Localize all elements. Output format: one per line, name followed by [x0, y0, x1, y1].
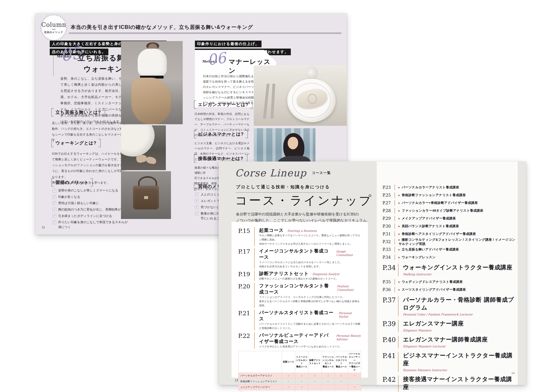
toc-title: エレガンスマナー講座	[403, 320, 464, 328]
matrix-mark	[308, 390, 321, 392]
toc-title: ▶立ち居振る舞いアドバイザー養成講座	[399, 247, 459, 252]
page-header-rule: 本当の美を引き出すICBIの確かなメソッド、立ち居振る舞い&ウォーキング	[69, 21, 341, 33]
toc-title: ▶骨格診断ファッションアナリスト養成講座	[399, 193, 466, 197]
woman-face	[288, 137, 298, 149]
course-title-en: Personal Stylist	[339, 311, 361, 318]
matrix-mark: ○	[282, 378, 295, 384]
course-entry: P.21 パーソナルスタイリスト養成コース Personal Stylist パ…	[238, 309, 361, 330]
toc-title: ▶ファッションカラー48タイプ診断アナリスト養成講座	[399, 208, 483, 213]
course-entry: P.19 診断アナリストセット Diagnosis Analyst 診断サロンメ…	[238, 271, 361, 281]
section-heading-posture: 立ち居振る舞いとは?	[51, 108, 105, 116]
toc-page-number: P.34	[382, 255, 394, 260]
toc-page-number: P.31	[382, 232, 394, 236]
gold-divider	[394, 192, 395, 198]
toc-page-number: P.28	[382, 208, 394, 213]
triangle-bullet-icon: ▶	[399, 239, 400, 241]
course-title: パーソナルスタイリスト養成コース	[259, 309, 335, 322]
toc-page-number: P.42	[382, 375, 398, 392]
section-heading-merit-left: 習得のメリット	[51, 178, 93, 186]
check-icon: ✓	[195, 199, 199, 203]
check-icon: ✓	[52, 189, 56, 192]
matrix-col-header: 起業コース	[282, 351, 295, 373]
course-page-number: P.17	[238, 248, 254, 269]
course-body: ファッションコンサルタント養成コース Fashion Consultant ファ…	[259, 283, 361, 308]
toc-item-large: P.39 エレガンスマナー講座 Elegance Manners	[382, 320, 516, 332]
matrix-col-header: パーソナルビューティー アドバイザー養成コース	[348, 351, 361, 373]
matrix-mark: ○	[308, 378, 321, 384]
check-icon: ✓	[52, 208, 56, 211]
course-description: パーソナルスタイリストとして活動するために必要とされているパーソナルカラー診断と…	[259, 322, 361, 330]
toc-title-text: ファッションカラー48タイプ診断アナリスト養成講座	[402, 209, 483, 212]
script-subtitle: コース一覧	[312, 171, 331, 175]
toc-title: ▶撮影コンサルティング&フォトレッスン / スタイリング講座 / イメージコンサ…	[399, 238, 516, 246]
course-description: メイクを中心とした美容系のアドバイザーになるためのセットコース。	[259, 344, 361, 349]
check-icon: ✓	[52, 195, 56, 199]
matrix-mark: ○	[321, 378, 335, 384]
matrix-col-header: パーソナルスタイリスト 養成コース	[335, 351, 348, 373]
matrix-mark: ○	[348, 373, 361, 378]
section-heading-text: ウォーキングとは?	[56, 140, 97, 145]
gold-divider	[394, 287, 395, 292]
matrix-row: 骨格ヘアスタイリングアドバイザー ○ ○	[238, 390, 361, 392]
gold-divider	[394, 279, 395, 285]
matrix-mark	[308, 384, 321, 390]
gold-divider	[254, 271, 255, 281]
merit-text: 男性は力強く頼もしい印象に	[58, 201, 99, 206]
toc-page-number: P.35	[382, 279, 394, 284]
toc-item: P.34 ▶ウォーキングレッスン	[382, 255, 516, 260]
course-title-en: Diagnosis Analyst	[312, 272, 339, 276]
toc-item: P.32 ▶撮影コンサルティング&フォトレッスン / スタイリング講座 / イメ…	[382, 239, 516, 244]
course-description: イメージコンサルタントになるためのスキルをパッケージ化しました。	[259, 260, 361, 264]
matrix-row-label: 骨格診断ファッションアナリスト	[238, 378, 282, 384]
photo-table-setting	[254, 65, 347, 126]
toc-title: ▶パーソナルカラーアナリスト養成講座	[399, 185, 459, 189]
toc-item: P.28 ▶ファッションカラー48タイプ診断アナリスト養成講座	[382, 208, 516, 214]
toc-title-text: パーソナルカラー+骨格診断アドバイザー養成講座	[402, 201, 478, 205]
course-entry: P.15 起業コース Starting a Business サロン開業に必要な…	[238, 227, 361, 246]
catch-label: 印象作りにおける最後の仕上げ。	[195, 41, 262, 47]
toc-page-number: P.36	[382, 287, 394, 292]
toc-title: ▶ウェディングドレスアナリスト養成講座	[399, 280, 463, 284]
photo-handbag	[121, 171, 171, 219]
matrix-mark	[348, 378, 361, 384]
gold-divider	[398, 336, 399, 348]
course-title: 診断アナリストセット	[259, 271, 309, 277]
lineup-subtitle: プロとして通じる技術・知識を身につける	[236, 184, 330, 192]
course-description: SNSマーケティングスキルも学び人気サロンへのストーリーをご用意しました。	[259, 242, 361, 246]
page-number-13: 13	[235, 378, 238, 382]
model-skirt	[131, 78, 171, 124]
matrix-mark: ○	[295, 390, 308, 392]
gold-divider	[254, 227, 255, 246]
merit-checklist-left: ✓ 姿勢や身のこなしが美しくスマートになる ✓ 印象が良くなる ✓ 男性は力強く…	[52, 188, 129, 231]
course-list: P.15 起業コース Starting a Business サロン開業に必要な…	[238, 227, 361, 349]
toc-item: P.36 ▶スーツスタイリングアドバイザー養成講座	[382, 287, 516, 292]
triangle-bullet-icon: ▶	[399, 210, 400, 212]
course-page-number: P.20	[238, 283, 254, 308]
merit-item: ✓ 男性は力強く頼もしい印象に	[52, 201, 129, 206]
heel-shoe	[146, 157, 157, 165]
glass	[306, 67, 318, 80]
toc-title: ▶パーソナルカラー+骨格診断アドバイザー養成講座	[399, 201, 478, 205]
matrix-mark: ○	[321, 373, 335, 378]
check-icon: ✓	[52, 214, 56, 218]
script-title: Corse Lineup	[235, 167, 307, 178]
toc-title-text: 美顔バランス診断アナリスト養成講座	[402, 224, 459, 228]
gold-divider	[398, 264, 399, 276]
toc-page-number: P.33	[382, 247, 394, 252]
course-body: パーソナルビューティーアドバイザー養成コース Personal Beauty A…	[259, 332, 361, 349]
matrix-row: メイクアップアドバイザー ○ ○ ○	[238, 384, 361, 390]
toc-title-text: メイクアップアドバイザー養成講座	[402, 216, 456, 220]
photo-heels-skirt	[121, 125, 166, 170]
toc-page-number: P.27	[382, 200, 394, 205]
course-body: 診断アナリストセット Diagnosis Analyst 診断サロンメニューの資…	[259, 271, 361, 281]
column-badge-title: Column	[41, 21, 66, 28]
matrix-col-header: ファッションコンサルタント 養成コース	[321, 351, 335, 373]
check-icon: ✓	[52, 201, 56, 205]
matrix-mark	[348, 390, 361, 392]
course-description: サロン開業に必要なすべてをパッケージしたコース。豊富なメニュー展開を持ってサロン…	[259, 233, 361, 242]
toc-title-en: Walking Instructor	[403, 272, 512, 276]
matrix-row-label: パーソナルカラーアナリスト	[238, 373, 282, 378]
method06-number: 06	[206, 50, 227, 67]
toc-page-number: P.23	[382, 185, 394, 190]
matrix-body: パーソナルカラーアナリスト ○ ○ ○ ○ ○ ○ 骨格診断ファッションアナリス…	[238, 373, 361, 392]
